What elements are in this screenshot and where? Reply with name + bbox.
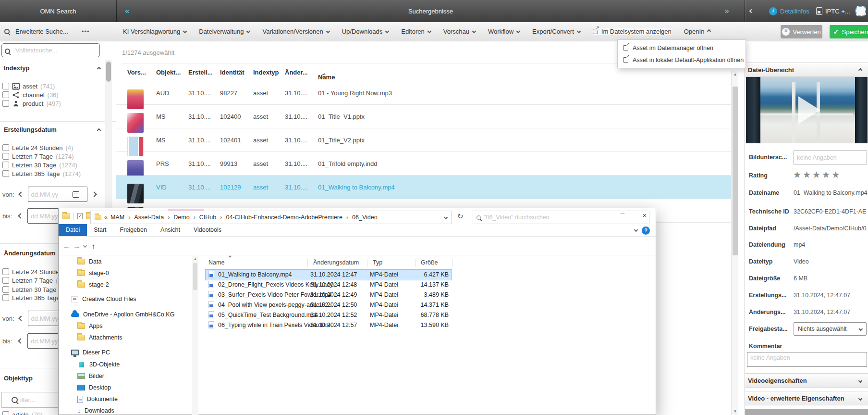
section-header-videoeigenschaften[interactable]: Videoeigenschaften (745, 373, 868, 388)
save-button[interactable]: Speichern (830, 25, 868, 38)
file-row[interactable]: 02_Drone_Flight_Pexels Videos Kelly Lacy… (206, 280, 452, 290)
facet-item-letzten-7-tage[interactable]: Letzten 7 Tage(1274) (2, 152, 74, 161)
tab-datei[interactable]: Datei (59, 224, 87, 236)
chevron-left-icon[interactable] (18, 191, 24, 197)
scrollbar-thumb[interactable] (193, 263, 197, 290)
chevron-left-icon[interactable] (18, 213, 24, 218)
file-row-selected[interactable]: 01_Walking to Balcony.mp4 31.10.2024 12:… (206, 270, 452, 280)
breadcrumb-item[interactable]: MAM (110, 214, 124, 221)
checkbox[interactable] (2, 294, 9, 301)
open-in-menu-button[interactable]: OpenIn (684, 28, 711, 35)
column-header-indextyp[interactable]: Indextyp (253, 69, 279, 76)
tree-item-downloads[interactable]: Downloads (77, 405, 114, 415)
quick-access-properties-icon[interactable] (77, 213, 83, 219)
tree-item-creative-cloud[interactable]: Creative Cloud Files (71, 293, 136, 305)
section-header-datei-uebersicht[interactable]: Datei-Übersicht (745, 63, 868, 77)
caption-input[interactable] (794, 151, 867, 164)
file-row[interactable]: 06_Typing while in Train Pexels Video Dr… (206, 320, 452, 330)
checkbox[interactable] (2, 411, 9, 415)
menu-export-convert[interactable]: Export/Convert (532, 28, 580, 35)
fulltext-search-input[interactable] (1, 43, 100, 57)
expand-right-panel-icon[interactable]: » (725, 6, 729, 16)
facet-item-letzte-24h[interactable]: Letzte 24 Stunden(4) (2, 143, 73, 152)
collapse-section-icon[interactable] (97, 67, 101, 71)
table-row[interactable]: MS 31.10.... 102400 asset 31.10.... 01_T… (116, 105, 731, 128)
column-header-groesse[interactable]: Größe (421, 259, 438, 266)
chevron-left-icon[interactable] (18, 338, 24, 343)
show-in-filesystem-button[interactable]: Im Dateisystem anzeigen (593, 28, 672, 35)
tab-ansicht[interactable]: Ansicht (154, 224, 187, 236)
breadcrumb-overflow-icon[interactable]: « (104, 214, 108, 221)
video-preview-thumbnail[interactable] (746, 77, 868, 143)
tree-item-desktop[interactable]: Desktop (77, 382, 111, 393)
menu-dateiverwaltung[interactable]: Dateiverwaltung (199, 28, 250, 35)
checkbox[interactable] (2, 83, 9, 89)
column-header-erstellt[interactable]: Erstell... (188, 69, 213, 76)
tree-item-onedrive[interactable]: OneDrive - Apollon GmbH&Co.KG (71, 309, 174, 320)
windows-explorer-window[interactable]: ▼ Wiedergeben 06_Video — □ × Datei Start… (58, 208, 656, 415)
refresh-icon[interactable]: ↻ (457, 212, 464, 221)
column-header-aenderung[interactable]: Änder... (285, 69, 308, 76)
scroll-up-icon[interactable]: ▲ (732, 71, 739, 78)
facet-item-letzten-30-tage[interactable]: Letzten 30 Tage(1274) (2, 161, 77, 169)
tree-item-3d-objekte[interactable]: 3D-Objekte (77, 359, 120, 370)
checkbox[interactable] (2, 162, 9, 168)
rating-stars[interactable]: ★★★★★ (793, 169, 841, 180)
help-icon[interactable]: ? (642, 226, 650, 235)
collapse-section-icon[interactable] (97, 128, 101, 132)
breadcrumb-item[interactable]: CIHub (190, 214, 217, 221)
breadcrumb-item[interactable]: 06_Video (342, 214, 378, 221)
checkbox[interactable] (2, 268, 9, 275)
play-icon[interactable] (798, 96, 820, 124)
checkbox[interactable] (2, 286, 9, 293)
calendar-icon[interactable] (73, 191, 79, 198)
more-options-button[interactable]: ••• (82, 28, 90, 35)
checkbox[interactable] (2, 100, 9, 107)
tree-item-data[interactable]: Data (77, 256, 101, 267)
tree-item-attachments[interactable]: Attachments (77, 332, 122, 343)
back-icon[interactable] (749, 9, 753, 13)
tree-item-dokumente[interactable]: Dokumente (77, 393, 118, 405)
tree-item-stage-2[interactable]: stage-2 (77, 279, 109, 290)
results-scrollbar[interactable]: ▲ ▼ (731, 71, 738, 415)
address-bar[interactable]: « MAM Asset-Data Demo CIHub 04-CIHub-Enh… (90, 211, 452, 224)
detailinfos-button[interactable]: Detailinfos (780, 8, 809, 15)
menu-vorschau[interactable]: Vorschau (443, 28, 476, 35)
menu-ki-verschlagwortung[interactable]: KI Verschlagwortung (123, 28, 186, 35)
checkbox[interactable] (2, 153, 9, 160)
comment-input[interactable] (747, 352, 867, 367)
table-row[interactable]: PRS 31.10.... 99913 asset 31.10.... 01_T… (116, 152, 731, 176)
checkbox[interactable] (2, 91, 9, 98)
column-header-aenderungsdatum[interactable]: Änderungsdatum (313, 259, 359, 266)
section-header-video-erweitert[interactable]: Video - erweiterte Eigenschaften (745, 391, 868, 405)
explorer-search-box[interactable] (473, 211, 649, 224)
table-row[interactable]: MS 31.10.... 102401 asset 31.10.... 01_T… (116, 128, 731, 152)
table-row-selected[interactable]: VID 31.10.... 102129 asset 31.10.... 01_… (116, 176, 731, 199)
checkbox[interactable] (2, 170, 9, 177)
facet-item-channel[interactable]: channel (36) (2, 90, 59, 99)
info-icon[interactable] (769, 7, 777, 15)
file-row[interactable]: 03_Surfer_Pexels Video Peter Fowler.mp4 … (206, 290, 452, 300)
history-dropdown-icon[interactable] (83, 244, 87, 248)
menu-workflow[interactable]: Workflow (488, 28, 520, 35)
iptc-button[interactable]: IPTC +... (825, 8, 850, 15)
iptc-document-icon[interactable] (816, 7, 822, 15)
back-icon[interactable]: ← (61, 242, 72, 250)
menu-up-downloads[interactable]: Up/Downloads (342, 28, 389, 35)
address-dropdown-icon[interactable] (444, 215, 448, 219)
release-state-dropdown[interactable]: Nichts ausgewählt (794, 322, 867, 336)
menu-item-open-in-default-app[interactable]: Asset in lokaler Default-Applikation öff… (618, 54, 746, 66)
facet-item-product[interactable]: product (497) (2, 99, 61, 108)
table-row[interactable]: AUD 31.10.... 98227 asset 31.10.... 01 -… (116, 81, 731, 105)
explorer-search-input[interactable] (484, 214, 637, 221)
tab-videotools[interactable]: Videotools (187, 224, 228, 236)
file-row[interactable]: 05_QuickTime_Test Background.mp4 31.10.2… (206, 310, 452, 320)
column-header-name[interactable]: Name (208, 259, 224, 266)
focus-frame-icon[interactable] (856, 6, 866, 16)
tree-item-stage-0[interactable]: stage-0 (77, 267, 109, 279)
chevron-left-icon[interactable] (18, 315, 24, 321)
checkbox[interactable] (2, 277, 9, 284)
advanced-search-button[interactable]: Erweiterte Suche... (15, 28, 68, 35)
column-header-typ[interactable]: Typ (373, 259, 382, 266)
up-icon[interactable]: ↑ (88, 242, 98, 250)
